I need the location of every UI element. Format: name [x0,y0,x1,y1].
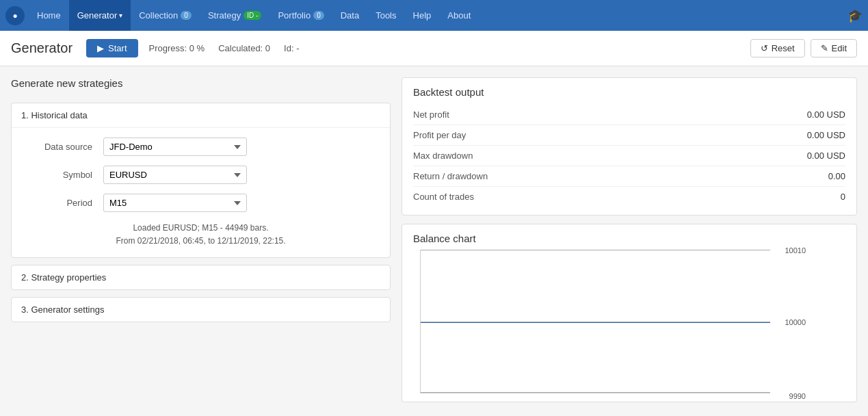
calculated-label: Calculated: 0 [218,43,270,53]
profit-per-day-value: 0.00 USD [807,130,845,140]
nav-label-collection: Collection [139,10,178,21]
backtest-row-profit-per-day: Profit per day 0.00 USD [413,125,845,146]
edit-button[interactable]: ✎ Edit [811,39,857,57]
nav-label-tools: Tools [376,10,396,21]
return-drawdown-value: 0.00 [828,171,845,181]
backtest-row-max-drawdown: Max drawdown 0.00 USD [413,146,845,166]
historical-data-header[interactable]: 1. Historical data [12,103,390,127]
start-button[interactable]: ▶ Start [86,39,137,57]
reset-button[interactable]: ↺ Reset [750,39,805,57]
nav-item-generator[interactable]: Generator ▾ [69,0,131,31]
nav-label-home: Home [37,10,61,21]
edit-icon: ✎ [821,43,828,53]
count-trades-label: Count of trades [413,192,474,202]
symbol-label: Symbol [21,170,103,180]
nav-item-data[interactable]: Data [332,0,367,31]
strategy-properties-section: 2. Strategy properties [11,265,391,290]
page-title: Generator [11,40,73,56]
main-content: Generate new strategies 1. Historical da… [0,66,868,413]
chart-wrapper: 10010 10000 9990 [413,250,845,393]
nav-item-collection[interactable]: Collection 0 [131,0,200,31]
count-trades-value: 0 [841,192,845,202]
nav-item-portfolio[interactable]: Portfolio 0 [269,0,332,31]
start-label: Start [108,43,127,53]
edit-label: Edit [832,43,847,53]
strategy-properties-header[interactable]: 2. Strategy properties [12,265,390,289]
backtest-output: Backtest output Net profit 0.00 USD Prof… [402,77,857,216]
data-source-row: Data source JFD-Demo [21,138,380,156]
generator-settings-label: 3. Generator settings [21,304,104,315]
nav-item-tools[interactable]: Tools [367,0,404,31]
loaded-info-line2: From 02/21/2018, 06:45, to 12/11/2019, 2… [21,235,380,248]
data-source-select[interactable]: JFD-Demo [103,138,247,156]
chart-line-bot: 9990 [421,392,770,393]
strategy-properties-label: 2. Strategy properties [21,272,106,283]
graduation-cap-icon: 🎓 [847,8,863,23]
historical-data-body: Data source JFD-Demo Symbol EURUSD Perio… [12,127,390,257]
backtest-title: Backtest output [413,86,845,98]
balance-chart-section: Balance chart 10010 10000 9990 [402,224,857,402]
net-profit-value: 0.00 USD [807,109,845,120]
nav-item-home[interactable]: Home [29,0,69,31]
loaded-info: Loaded EURUSD; M15 - 44949 bars. From 02… [21,222,380,248]
nav-badge-strategy: ID - [244,11,261,20]
nav-label-generator: Generator [77,10,118,21]
backtest-row-count-trades: Count of trades 0 [413,187,845,207]
chart-line-mid: 10000 [421,322,770,322]
nav-label-about: About [447,10,471,21]
backtest-row-net-profit: Net profit 0.00 USD [413,105,845,125]
chart-label-mid: 10000 [785,318,806,326]
period-select[interactable]: M15 [103,194,247,212]
chart-label-top: 10010 [785,246,806,255]
toolbar-right: ↺ Reset ✎ Edit [750,39,857,57]
nav-badge-collection: 0 [181,11,192,20]
play-icon: ▶ [97,43,104,53]
nav-item-strategy[interactable]: Strategy ID - [200,0,270,31]
nav-arrow-generator: ▾ [119,12,122,19]
max-drawdown-label: Max drawdown [413,151,473,161]
chart-label-bot: 9990 [789,392,806,400]
nav-item-about[interactable]: About [439,0,479,31]
reset-label: Reset [772,43,795,53]
id-label: Id: - [284,43,299,53]
historical-data-section: 1. Historical data Data source JFD-Demo … [11,103,391,258]
symbol-row: Symbol EURUSD [21,166,380,184]
nav-label-data: Data [341,10,359,21]
generate-section-title: Generate new strategies [11,77,391,89]
balance-chart-title: Balance chart [413,233,845,244]
max-drawdown-value: 0.00 USD [807,151,845,161]
generator-settings-section: 3. Generator settings [11,297,391,322]
nav-label-portfolio: Portfolio [278,10,311,21]
navbar-brand[interactable]: ● [5,6,25,25]
profit-per-day-label: Profit per day [413,130,466,140]
nav-item-help[interactable]: Help [405,0,440,31]
symbol-select[interactable]: EURUSD [103,166,247,184]
progress-label: Progress: 0 % [149,43,205,53]
chart-line-top: 10010 [421,250,770,250]
balance-chart: 10010 10000 9990 [420,250,770,393]
left-panel: Generate new strategies 1. Historical da… [11,77,391,402]
generator-settings-header[interactable]: 3. Generator settings [12,298,390,322]
data-source-label: Data source [21,142,103,152]
navbar: ● Home Generator ▾ Collection 0 Strategy… [0,0,868,31]
right-panel: Backtest output Net profit 0.00 USD Prof… [402,77,857,402]
toolbar-info: Progress: 0 % Calculated: 0 Id: - [149,43,300,53]
historical-data-label: 1. Historical data [21,110,88,120]
nav-badge-portfolio: 0 [313,11,324,20]
nav-label-strategy: Strategy [208,10,241,21]
toolbar: Generator ▶ Start Progress: 0 % Calculat… [0,31,868,66]
reset-icon: ↺ [761,43,768,53]
nav-label-help: Help [413,10,432,21]
return-drawdown-label: Return / drawdown [413,171,488,181]
brand-icon: ● [5,6,25,25]
period-row: Period M15 [21,194,380,212]
backtest-row-return-drawdown: Return / drawdown 0.00 [413,166,845,187]
loaded-info-line1: Loaded EURUSD; M15 - 44949 bars. [21,222,380,235]
period-label: Period [21,198,103,208]
balance-flat-line [421,322,770,323]
net-profit-label: Net profit [413,109,449,120]
